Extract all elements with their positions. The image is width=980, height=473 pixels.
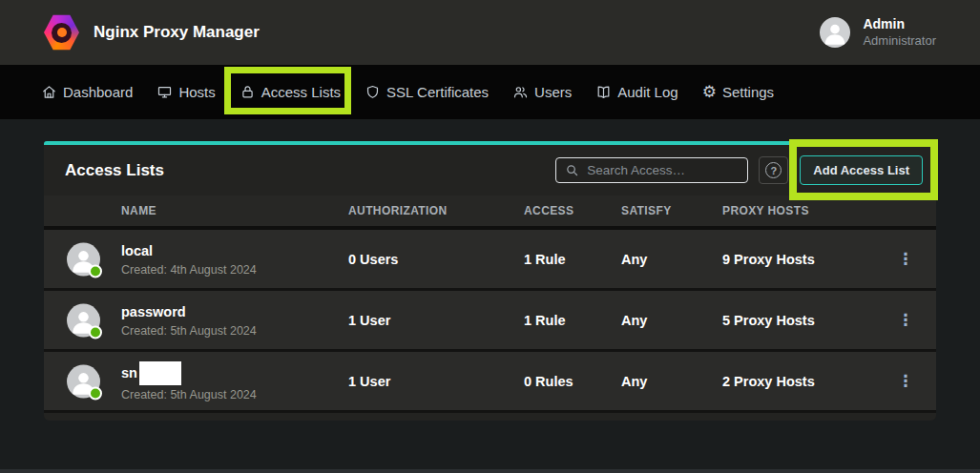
screen: Nginx Proxy Manager Admin Administrator … [0,0,980,473]
proxy-hosts-value: 5 Proxy Hosts [722,313,815,328]
table-row[interactable]: local Created: 4th August 2024 0 Users 1… [44,230,936,291]
access-value: 1 Rule [524,313,566,328]
nav-item-dashboard[interactable]: Dashboard [41,84,133,100]
app-logo-icon [44,14,79,51]
table-header: NAME AUTHORIZATION ACCESS SATISFY PROXY … [44,195,936,230]
help-icon: ? [765,162,782,178]
column-header-satisfy: SATISFY [621,204,672,217]
search-input[interactable] [587,163,739,177]
nav-item-audit-log[interactable]: Audit Log [595,84,678,100]
avatar [67,242,100,276]
panel-header: Access Lists ? Add Access List [44,145,936,195]
footer-strip [0,469,980,473]
user-role: Administrator [863,33,936,50]
authorization-value: 1 User [348,374,390,389]
avatar [67,364,100,398]
book-icon [595,84,612,100]
authorization-value: 1 User [348,313,390,328]
add-access-list-button[interactable]: Add Access List [800,155,923,185]
created-date: Created: 5th August 2024 [121,324,257,338]
search-icon [565,163,579,177]
access-list-name: local [121,242,257,260]
user-name: Admin [863,15,936,32]
column-header-proxy-hosts: PROXY HOSTS [722,204,809,217]
nav-item-hosts[interactable]: Hosts [156,84,215,100]
search-box[interactable] [555,157,748,183]
proxy-hosts-value: 2 Proxy Hosts [722,374,815,389]
access-value: 1 Rule [524,252,566,267]
access-lists-panel: Access Lists ? Add Access List NAME AUTH… [44,141,936,421]
created-date: Created: 4th August 2024 [121,263,257,277]
nav-label: SSL Certificates [386,84,489,100]
nav-label: Users [534,84,572,100]
home-icon [41,84,57,100]
satisfy-value: Any [621,374,647,389]
nav-label: Settings [722,84,774,100]
main-nav: Dashboard Hosts Access Lists SSL Certifi… [0,65,980,119]
nav-label: Access Lists [261,84,341,100]
table-row[interactable]: sn Created: 5th August 2024 1 User 0 Rul… [44,352,936,413]
status-online-dot [89,386,102,400]
created-date: Created: 5th August 2024 [121,388,257,401]
panel-title: Access Lists [65,161,164,180]
nav-item-settings[interactable]: ⚙ Settings [702,84,774,100]
satisfy-value: Any [621,252,647,267]
proxy-hosts-value: 9 Proxy Hosts [722,252,815,267]
nav-item-ssl-certificates[interactable]: SSL Certificates [365,84,489,100]
nav-label: Dashboard [63,84,133,100]
avatar [67,303,100,337]
user-avatar[interactable] [820,17,850,48]
authorization-value: 0 Users [348,252,398,267]
redaction-box [139,361,181,385]
shield-icon [365,84,381,100]
nav-label: Hosts [178,84,215,100]
users-icon [512,84,529,100]
satisfy-value: Any [621,313,647,328]
access-value: 0 Rules [524,374,573,389]
status-online-dot [89,325,102,339]
lock-icon [240,84,256,100]
column-header-access: ACCESS [524,204,573,217]
row-menu-button[interactable]: ⋮ [897,312,914,329]
column-header-name: NAME [121,204,156,217]
status-online-dot [89,264,102,278]
help-button[interactable]: ? [759,156,788,184]
row-menu-button[interactable]: ⋮ [897,373,914,390]
gear-icon: ⚙ [702,84,717,100]
access-list-name: sn [121,364,137,382]
access-list-name: password [121,303,257,321]
panel-footer [44,413,936,421]
row-menu-button[interactable]: ⋮ [897,251,914,268]
app-title: Nginx Proxy Manager [94,23,260,42]
app-header: Nginx Proxy Manager Admin Administrator [0,0,980,65]
column-header-authorization: AUTHORIZATION [348,204,448,217]
nav-label: Audit Log [617,84,678,100]
table-row[interactable]: password Created: 5th August 2024 1 User… [44,291,936,352]
monitor-icon [156,84,173,100]
nav-item-users[interactable]: Users [512,84,572,100]
nav-item-access-lists[interactable]: Access Lists [240,84,341,100]
user-menu[interactable]: Admin Administrator [820,15,936,49]
